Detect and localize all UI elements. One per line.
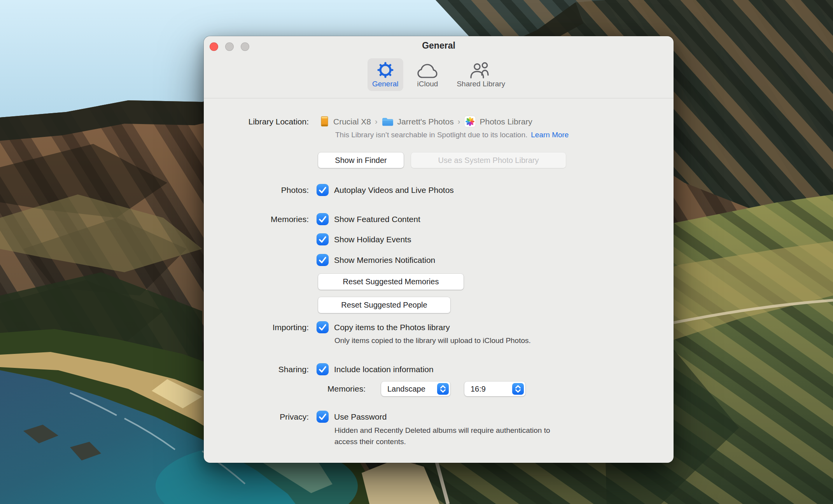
checkbox-include-location[interactable] bbox=[317, 363, 329, 375]
memories-label: Memories: bbox=[271, 213, 309, 225]
people-icon bbox=[470, 61, 492, 79]
tab-shared-library[interactable]: Shared Library bbox=[452, 58, 510, 91]
orientation-popup[interactable]: Landscape bbox=[381, 382, 450, 396]
library-path-breadcrumb: Crucial X8 › Jarrett's Photos › bbox=[319, 116, 532, 128]
tab-icloud-label: iCloud bbox=[417, 80, 438, 88]
toolbar-divider bbox=[204, 98, 674, 98]
checkbox-copy-items[interactable] bbox=[317, 321, 329, 333]
photos-row: Photos: Autoplay Videos and Live Photos bbox=[204, 184, 674, 197]
checkbox-featured-content[interactable] bbox=[317, 213, 329, 225]
importing-note: Only items copied to the library will up… bbox=[334, 335, 531, 346]
reset-suggested-memories-label: Reset Suggested Memories bbox=[343, 277, 439, 286]
checkbox-featured-content-label: Show Featured Content bbox=[334, 213, 420, 225]
checkbox-holiday-events-label: Show Holiday Events bbox=[334, 233, 411, 245]
show-in-finder-button[interactable]: Show in Finder bbox=[318, 152, 404, 168]
privacy-note: Hidden and Recently Deleted albums will … bbox=[334, 425, 550, 447]
breadcrumb-library: Photos Library bbox=[480, 116, 532, 128]
importing-row: Importing: Copy items to the Photos libr… bbox=[204, 321, 674, 334]
reset-suggested-memories-button[interactable]: Reset Suggested Memories bbox=[318, 274, 464, 290]
titlebar: General bbox=[204, 36, 674, 56]
sharing-memories-label: Memories: bbox=[327, 382, 366, 396]
reset-suggested-people-button[interactable]: Reset Suggested People bbox=[318, 297, 450, 313]
checkbox-include-location-label: Include location information bbox=[334, 363, 434, 375]
cloud-icon bbox=[417, 61, 438, 79]
show-in-finder-label: Show in Finder bbox=[335, 156, 387, 165]
memories-row-3: Show Memories Notification bbox=[204, 254, 674, 267]
spotlight-note-text: This Library isn’t searchable in Spotlig… bbox=[335, 131, 527, 139]
tab-general-label: General bbox=[372, 80, 399, 88]
memories-row-1: Memories: Show Featured Content bbox=[204, 213, 674, 226]
window-title: General bbox=[204, 40, 674, 51]
photos-settings-window: General Gener bbox=[204, 36, 674, 463]
breadcrumb-folder: Jarrett's Photos bbox=[397, 116, 454, 128]
breadcrumb-separator: › bbox=[457, 116, 461, 128]
checkbox-autoplay-label: Autoplay Videos and Live Photos bbox=[334, 184, 454, 196]
library-location-label: Library Location: bbox=[248, 116, 309, 128]
checkbox-copy-items-label: Copy items to the Photos library bbox=[334, 321, 450, 333]
orientation-popup-value: Landscape bbox=[387, 382, 425, 396]
photos-library-icon bbox=[464, 116, 476, 128]
library-location-row: Library Location: Crucial X8 › Jarrett's… bbox=[204, 116, 674, 129]
checkbox-memories-notification-label: Show Memories Notification bbox=[334, 254, 435, 266]
chevron-up-down-icon bbox=[512, 383, 524, 395]
memories-row-2: Show Holiday Events bbox=[204, 233, 674, 247]
use-as-system-library-label: Use as System Photo Library bbox=[438, 156, 539, 165]
reset-suggested-people-label: Reset Suggested People bbox=[341, 301, 427, 310]
sharing-label: Sharing: bbox=[278, 363, 309, 375]
breadcrumb-volume: Crucial X8 bbox=[333, 116, 371, 128]
checkbox-memories-notification[interactable] bbox=[317, 254, 329, 266]
privacy-note-line1: Hidden and Recently Deleted albums will … bbox=[334, 426, 550, 434]
tab-general[interactable]: General bbox=[368, 58, 403, 91]
checkbox-use-password[interactable] bbox=[317, 411, 329, 423]
privacy-note-line2: access their contents. bbox=[334, 438, 406, 446]
tab-icloud[interactable]: iCloud bbox=[413, 58, 443, 91]
importing-label: Importing: bbox=[273, 321, 309, 333]
aspect-ratio-popup-value: 16:9 bbox=[471, 382, 486, 396]
aspect-ratio-popup[interactable]: 16:9 bbox=[464, 382, 525, 396]
tab-shared-library-label: Shared Library bbox=[457, 80, 505, 88]
checkbox-holiday-events[interactable] bbox=[317, 233, 329, 245]
checkbox-autoplay[interactable] bbox=[317, 184, 329, 196]
learn-more-link[interactable]: Learn More bbox=[531, 131, 569, 139]
sharing-memories-row: Memories: Landscape 16:9 bbox=[204, 382, 674, 396]
folder-icon bbox=[382, 117, 394, 127]
gear-icon bbox=[377, 61, 394, 79]
checkbox-use-password-label: Use Password bbox=[334, 411, 387, 423]
breadcrumb-separator: › bbox=[374, 116, 378, 128]
spotlight-note: This Library isn’t searchable in Spotlig… bbox=[335, 130, 569, 140]
photos-label: Photos: bbox=[281, 184, 309, 196]
sharing-row: Sharing: Include location information bbox=[204, 363, 674, 376]
external-drive-icon bbox=[319, 116, 330, 127]
chevron-up-down-icon bbox=[437, 383, 449, 395]
use-as-system-library-button[interactable]: Use as System Photo Library bbox=[411, 152, 566, 168]
privacy-row: Privacy: Use Password bbox=[204, 411, 674, 424]
toolbar-tabs: General iCloud Shared Library bbox=[204, 58, 674, 91]
privacy-label: Privacy: bbox=[280, 411, 309, 423]
